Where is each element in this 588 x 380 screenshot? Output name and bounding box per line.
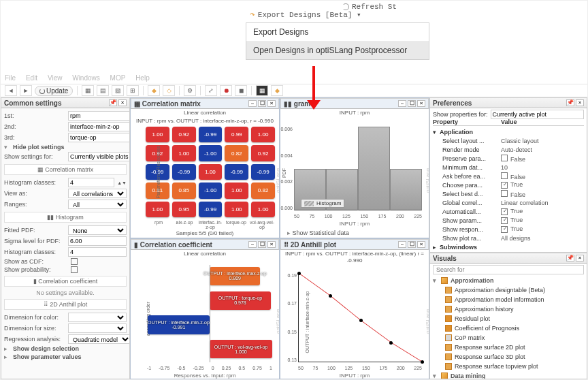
- plot-correlation-matrix[interactable]: ▦ Correlation matrix–☐× Linear correlati…: [130, 97, 280, 238]
- show-cdf-checkbox[interactable]: [71, 258, 78, 265]
- minimize-icon[interactable]: –: [248, 241, 257, 248]
- menu-help[interactable]: Help: [135, 74, 150, 82]
- plot-correlation-coefficient[interactable]: ▮ Correlation coefficient–☐× Linear corr…: [130, 238, 280, 379]
- tb-gear-icon[interactable]: ⚙: [184, 85, 196, 96]
- show-statistical-data-toggle[interactable]: ▸ Show Statistical data: [280, 228, 429, 238]
- prefs-row[interactable]: Select layout ...Classic layout: [433, 136, 584, 145]
- close-icon[interactable]: ×: [267, 100, 276, 107]
- visuals-search-input[interactable]: [433, 265, 584, 274]
- close-icon[interactable]: ×: [576, 255, 584, 262]
- menu-item-open-in-optislang[interactable]: Open Designs in optiSLang Postprocessor: [246, 42, 429, 59]
- tb-diamond1-icon[interactable]: ◆: [148, 85, 160, 96]
- tb-back-icon[interactable]: ◄: [5, 85, 17, 96]
- menu-edit[interactable]: Edit: [26, 74, 37, 82]
- tb-layout2-icon[interactable]: ▤: [97, 85, 109, 96]
- prefs-row[interactable]: Preserve para...False: [433, 154, 584, 163]
- tree-item[interactable]: Residual plot: [433, 314, 584, 323]
- first-axis-field[interactable]: [68, 111, 130, 121]
- menu-mop[interactable]: MOP: [110, 74, 126, 82]
- tree-item[interactable]: Response surface 2D plot: [433, 343, 584, 352]
- regression-select[interactable]: Quadratic model: [68, 334, 130, 344]
- prefs-row[interactable]: Automaticall...True: [433, 207, 584, 216]
- dim-size-select[interactable]: [68, 323, 127, 333]
- plot-2d-anthill[interactable]: ⠿ 2D Anthill plot–☐× INPUT : rpm vs. OUT…: [280, 238, 429, 379]
- pin-icon[interactable]: 📌: [566, 99, 574, 106]
- tb-diamond3-icon[interactable]: ◆: [271, 85, 283, 96]
- maximize-icon[interactable]: ☐: [408, 241, 416, 248]
- maximize-icon[interactable]: ☐: [258, 100, 266, 107]
- pin-icon[interactable]: 📌: [566, 255, 574, 262]
- menu-file[interactable]: File: [5, 74, 16, 82]
- tree-item[interactable]: Response surface 3D plot: [433, 352, 584, 362]
- prefs-row[interactable]: Select best d...False: [433, 189, 584, 198]
- tree-item[interactable]: Approximation history: [433, 304, 584, 314]
- tree-node-data-mining[interactable]: ▾Data mining: [433, 371, 584, 379]
- tb-layout3-icon[interactable]: ▧: [112, 85, 124, 96]
- fitted-pdf-select[interactable]: None: [68, 225, 127, 235]
- plot-title: Correlation matrix: [142, 100, 201, 108]
- tree-item[interactable]: Approximation model information: [433, 295, 584, 304]
- prefs-row[interactable]: Choose para...True: [433, 180, 584, 189]
- close-icon[interactable]: ×: [417, 241, 425, 248]
- histogram-bar: [390, 169, 422, 211]
- hist-classes2-field[interactable]: [68, 247, 127, 257]
- close-icon[interactable]: ×: [417, 100, 425, 107]
- minimize-icon[interactable]: –: [248, 100, 257, 107]
- tb-fwd-icon[interactable]: ►: [20, 85, 32, 96]
- close-icon[interactable]: ×: [118, 99, 127, 106]
- show-parameter-values-toggle[interactable]: Show parameter values: [13, 353, 82, 360]
- hbar: OUTPUT : interface-max-z-op0.809: [210, 267, 260, 285]
- tb-diamond2-icon[interactable]: ◇: [163, 85, 175, 96]
- minimize-icon[interactable]: –: [398, 241, 406, 248]
- tb-layout4-icon[interactable]: ⊞: [127, 85, 139, 96]
- maximize-icon[interactable]: ☐: [258, 241, 266, 248]
- tree-node-application[interactable]: ▾Application: [433, 127, 584, 136]
- prefs-row[interactable]: Render modeAuto-detect: [433, 145, 584, 154]
- show-prob-checkbox[interactable]: [71, 266, 78, 273]
- third-axis-field[interactable]: [68, 133, 130, 142]
- dim-color-select[interactable]: [68, 313, 127, 322]
- tree-node-subwindows[interactable]: ▸Subwindows: [433, 242, 584, 251]
- chevron-down-icon[interactable]: ▾: [4, 144, 7, 151]
- prefs-row[interactable]: Show plot ra...All designs: [433, 234, 584, 242]
- show-design-selection-toggle[interactable]: Show design selection: [13, 345, 79, 352]
- hist-classes-field[interactable]: [68, 178, 114, 187]
- tb-layout1-icon[interactable]: ▦: [82, 85, 94, 96]
- tree-item[interactable]: CoP matrix: [433, 333, 584, 343]
- prefs-row[interactable]: Show param...True: [433, 216, 584, 225]
- tb-grid-icon[interactable]: ▦: [256, 85, 268, 96]
- second-axis-field[interactable]: [68, 122, 130, 131]
- close-icon[interactable]: ×: [576, 99, 584, 106]
- pin-icon[interactable]: 📌: [109, 99, 117, 106]
- maximize-icon[interactable]: ☐: [408, 100, 416, 107]
- prefs-row[interactable]: Global correl...Linear correlation: [433, 198, 584, 207]
- prefs-row[interactable]: Minimum dat...10: [433, 163, 584, 172]
- menu-windows[interactable]: Windows: [72, 74, 100, 82]
- dim-size-label: Dimension for size:: [4, 325, 65, 332]
- chevron-right-icon[interactable]: ▸: [4, 353, 7, 360]
- tree-item[interactable]: Response surface topview plot: [433, 362, 584, 371]
- update-button[interactable]: Update: [35, 86, 73, 96]
- export-designs-menu-button[interactable]: ↷Export Designs [Beta] ▾: [246, 6, 429, 22]
- sigma-field[interactable]: [68, 236, 127, 246]
- tb-record-icon[interactable]: ⏺: [220, 85, 232, 96]
- ranges-select[interactable]: All: [68, 200, 127, 209]
- tree-node-approximation[interactable]: ▾Approximation: [433, 276, 584, 285]
- hide-plot-settings-toggle[interactable]: Hide plot settings: [13, 144, 65, 151]
- prefs-row[interactable]: Show respon...True: [433, 225, 584, 234]
- tb-zoomout-icon[interactable]: ⤢: [205, 85, 217, 96]
- plot-histogram[interactable]: ▮▮ gram–☐× INPUT : rpm PDF 0.0060.0040.0…: [280, 97, 429, 238]
- tb-stop-icon[interactable]: ◼: [235, 85, 247, 96]
- prefs-row[interactable]: Ask before ea...False: [433, 172, 584, 180]
- menu-view[interactable]: View: [48, 74, 63, 82]
- show-settings-for-field[interactable]: [68, 152, 130, 161]
- minimize-icon[interactable]: –: [398, 100, 406, 107]
- stepper-icon[interactable]: ▲▼: [117, 180, 127, 185]
- chevron-right-icon[interactable]: ▸: [4, 345, 7, 352]
- show-properties-for-field[interactable]: [491, 110, 584, 119]
- menu-item-export-designs[interactable]: Export Designs: [246, 23, 429, 42]
- tree-item[interactable]: Coefficient of Prognosis: [433, 323, 584, 333]
- close-icon[interactable]: ×: [267, 241, 276, 248]
- view-as-select[interactable]: All correlations: [68, 189, 127, 198]
- tree-item[interactable]: Approximation designtable (Beta): [433, 285, 584, 295]
